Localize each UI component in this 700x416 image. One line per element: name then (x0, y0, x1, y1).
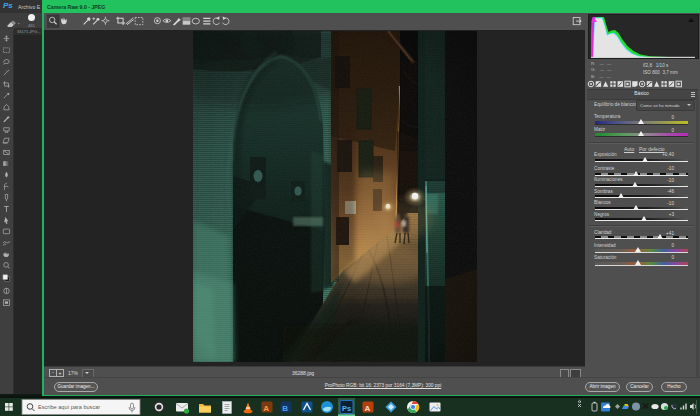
svg-text:A: A (263, 404, 269, 413)
svg-text:Escribe aquí para buscar: Escribe aquí para buscar (38, 404, 100, 410)
svg-text:A: A (364, 404, 370, 413)
svg-text:B: B (282, 404, 288, 413)
svg-text:Ps: Ps (342, 404, 351, 413)
